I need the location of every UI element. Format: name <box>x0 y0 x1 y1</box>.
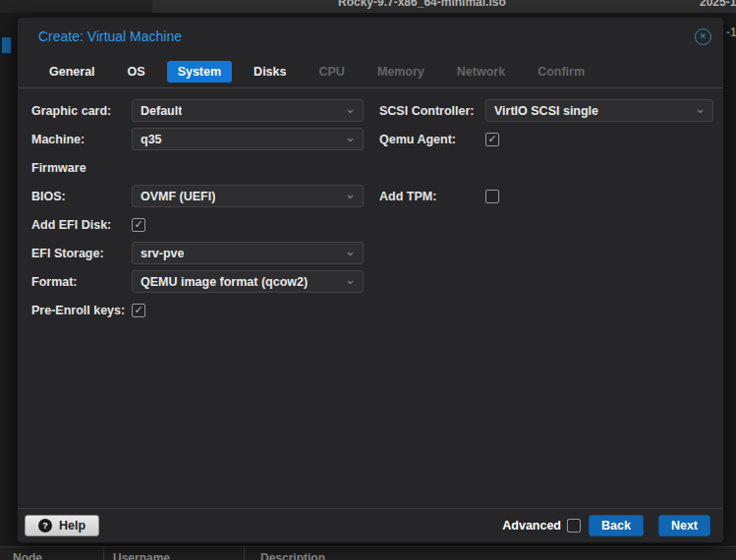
chevron-down-icon: ⌄ <box>345 280 356 284</box>
form-row-spacer <box>379 153 713 182</box>
question-circle-icon: ? <box>38 519 52 532</box>
bios-select[interactable]: OVMF (UEFI) ⌄ <box>132 185 364 207</box>
tab-cpu: CPU <box>308 61 355 83</box>
chevron-down-icon: ⌄ <box>345 109 356 113</box>
pre-enroll-keys-label: Pre-Enroll keys: <box>31 304 132 317</box>
tab-network: Network <box>446 61 516 83</box>
add-tpm-label: Add TPM: <box>379 190 485 203</box>
form-column-left: Graphic card: Default ⌄ Machine: q35 ⌄ F… <box>31 96 364 324</box>
column-header-node: Node <box>13 551 42 560</box>
help-button-label: Help <box>59 519 85 532</box>
form-row-format: Format: QEMU image format (qcow2) ⌄ <box>31 267 364 296</box>
form-body: Graphic card: Default ⌄ Machine: q35 ⌄ F… <box>18 87 723 508</box>
dialog-title: Create: Virtual Machine <box>38 28 182 44</box>
background-selected-item-fragment <box>2 37 11 53</box>
scsi-controller-value: VirtIO SCSI single <box>494 104 598 118</box>
column-header-username: Username <box>113 551 170 560</box>
footer-actions: Advanced Back Next <box>502 515 710 536</box>
form-row-bios: BIOS: OVMF (UEFI) ⌄ <box>31 182 364 210</box>
form-row-add-efi-disk: Add EFI Disk: ✓ <box>31 210 364 239</box>
form-row-add-tpm: Add TPM: <box>379 182 713 210</box>
graphic-card-label: Graphic card: <box>31 104 132 118</box>
machine-value: q35 <box>141 133 162 146</box>
tab-confirm: Confirm <box>527 61 595 83</box>
next-button[interactable]: Next <box>658 515 710 536</box>
bios-value: OVMF (UEFI) <box>141 190 215 203</box>
machine-label: Machine: <box>31 133 132 146</box>
format-value: QEMU image format (qcow2) <box>141 275 308 289</box>
column-divider <box>244 547 245 560</box>
efi-storage-label: EFI Storage: <box>31 247 132 260</box>
qemu-agent-label: Qemu Agent: <box>379 133 485 146</box>
efi-storage-select[interactable]: srv-pve ⌄ <box>132 242 364 264</box>
tab-memory: Memory <box>367 61 435 83</box>
background-date-fragment: 2025-1 <box>700 0 736 9</box>
chevron-down-icon: ⌄ <box>695 109 706 113</box>
advanced-checkbox[interactable] <box>567 519 581 532</box>
format-select[interactable]: QEMU image format (qcow2) ⌄ <box>132 270 364 293</box>
add-tpm-checkbox[interactable] <box>485 190 499 203</box>
background-table-header: Node Username Description <box>0 546 736 560</box>
advanced-label: Advanced <box>502 519 561 532</box>
qemu-agent-checkbox[interactable]: ✓ <box>485 133 499 146</box>
tab-system[interactable]: System <box>167 61 232 83</box>
column-header-description: Description <box>260 551 325 560</box>
background-iso-filename: Rocky-9.7-x86_64-minimal.iso <box>338 0 506 9</box>
column-divider <box>103 547 104 560</box>
efi-storage-value: srv-pve <box>141 247 184 260</box>
form-row-scsi-controller: SCSI Controller: VirtIO SCSI single ⌄ <box>379 96 713 125</box>
back-button[interactable]: Back <box>589 515 644 536</box>
dialog-footer: ? Help Advanced Back Next <box>18 508 723 542</box>
graphic-card-value: Default <box>141 104 182 118</box>
chevron-down-icon: ⌄ <box>345 138 356 141</box>
add-efi-disk-label: Add EFI Disk: <box>31 218 132 232</box>
form-row-pre-enroll-keys: Pre-Enroll keys: ✓ <box>31 296 364 324</box>
form-row-machine: Machine: q35 ⌄ <box>31 125 364 153</box>
tab-os[interactable]: OS <box>117 61 156 83</box>
format-label: Format: <box>31 275 132 289</box>
background-second-row-fragment: -1 <box>726 26 736 39</box>
tab-general[interactable]: General <box>38 61 106 83</box>
close-icon[interactable]: ✕ <box>695 28 711 45</box>
form-row-efi-storage: EFI Storage: srv-pve ⌄ <box>31 239 364 267</box>
form-row-graphic-card: Graphic card: Default ⌄ <box>31 96 364 125</box>
chevron-down-icon: ⌄ <box>345 195 356 198</box>
dialog-header: Create: Virtual Machine ✕ <box>18 18 723 55</box>
bios-label: BIOS: <box>31 190 132 203</box>
help-button[interactable]: ? Help <box>25 515 99 536</box>
form-section-firmware: Firmware <box>31 153 364 182</box>
graphic-card-select[interactable]: Default ⌄ <box>132 99 364 122</box>
pre-enroll-keys-checkbox[interactable]: ✓ <box>132 304 145 317</box>
firmware-section-label: Firmware <box>31 161 132 175</box>
form-row-qemu-agent: Qemu Agent: ✓ <box>379 125 713 153</box>
machine-select[interactable]: q35 ⌄ <box>132 128 364 150</box>
create-vm-dialog: Create: Virtual Machine ✕ General OS Sys… <box>17 17 724 543</box>
chevron-down-icon: ⌄ <box>345 252 356 255</box>
form-column-right: SCSI Controller: VirtIO SCSI single ⌄ Qe… <box>379 96 713 210</box>
tab-disks[interactable]: Disks <box>243 61 297 83</box>
scsi-controller-select[interactable]: VirtIO SCSI single ⌄ <box>485 99 713 122</box>
add-efi-disk-checkbox[interactable]: ✓ <box>132 218 145 232</box>
background-iso-table-row: Rocky-9.7-x86_64-minimal.iso 2025-1 <box>0 0 736 13</box>
wizard-tab-bar: General OS System Disks CPU Memory Netwo… <box>18 55 723 87</box>
scsi-controller-label: SCSI Controller: <box>379 104 485 118</box>
